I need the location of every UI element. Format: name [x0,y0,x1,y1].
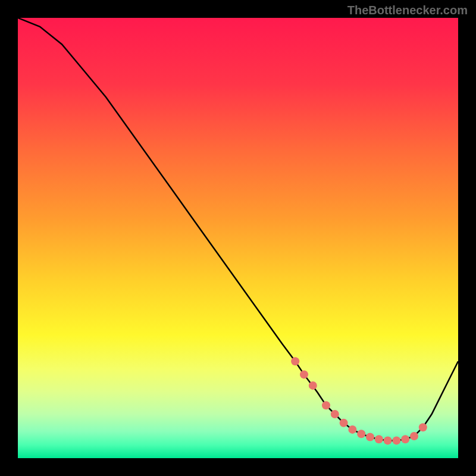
marker-dot [340,419,348,427]
marker-dot [300,370,308,378]
marker-dot [322,401,330,409]
curve-layer [18,18,458,458]
marker-dot [357,430,365,438]
marker-dot [375,435,383,443]
marker-dot [410,432,418,440]
marker-dot [309,381,317,390]
marker-dot [291,357,299,365]
chart-area [18,18,458,458]
marker-dot [384,436,392,444]
marker-dot [419,423,427,431]
marker-dot [348,425,356,434]
bottleneck-curve [18,18,458,440]
marker-dot [392,436,400,444]
watermark-text: TheBottlenecker.com [347,4,468,17]
marker-dot [366,433,374,441]
marker-dot [331,410,339,418]
marker-dot [401,435,409,443]
highlight-markers [291,357,427,444]
